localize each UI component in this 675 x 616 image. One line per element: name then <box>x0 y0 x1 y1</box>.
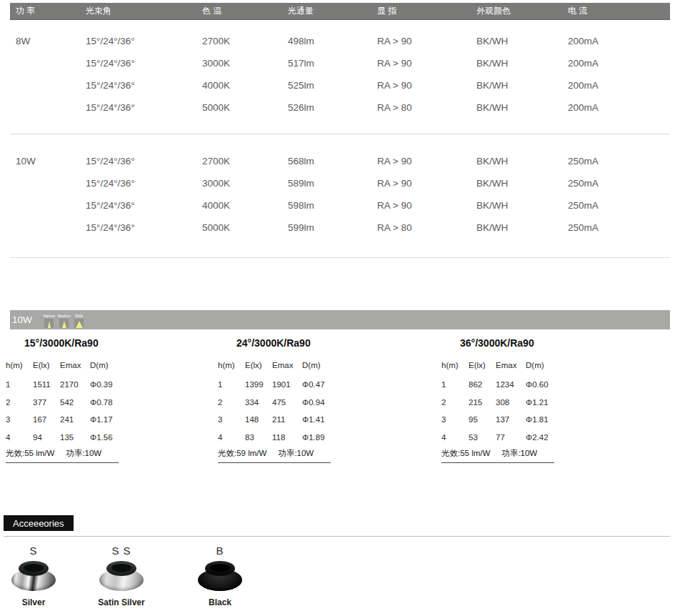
pm-cell: Φ1.21 <box>526 398 561 407</box>
accessories-title: Acceeeories <box>13 518 64 529</box>
pm-cell: 148 <box>245 415 272 424</box>
cri-cell: RA > 90 <box>377 58 476 69</box>
table-row: 15°/24°/36° 3000K 517lm RA > 90 BK/WH 20… <box>16 52 670 74</box>
pm-cell: 4 <box>441 433 469 442</box>
table-row: 8W 15°/24°/36° 2700K 498lm RA > 90 BK/WH… <box>16 30 670 52</box>
finish-cell: BK/WH <box>476 222 568 233</box>
accessory-black: B Black <box>186 544 254 607</box>
table-row: 2 334 475 Φ0.94 <box>218 394 338 412</box>
pm-col-header: Emax <box>496 361 526 369</box>
col-header-cri: 显 指 <box>377 5 476 17</box>
pm-col-header: E(lx) <box>469 361 496 369</box>
photometric-table-24deg: 24°/3000K/Ra90 h(m) E(lx) Emax D(m) 1 13… <box>218 337 338 463</box>
table-row: 15°/24°/36° 5000K 526lm RA > 80 BK/WH 20… <box>16 96 670 119</box>
cct-cell: 5000K <box>202 102 288 113</box>
pm-rows: 1 1511 2170 Φ0.39 2 377 542 Φ0.78 3 167 … <box>6 376 126 446</box>
finish-cell: BK/WH <box>476 58 568 69</box>
section-divider <box>10 134 670 134</box>
col-header-power: 功 率 <box>16 5 86 17</box>
table-row: 10W 15°/24°/36° 2700K 568lm RA > 90 BK/W… <box>16 150 670 172</box>
pm-cell: 542 <box>60 398 90 407</box>
beam-angle-cell: 15°/24°/36° <box>86 80 202 91</box>
pm-cell: 118 <box>272 433 302 442</box>
finish-cell: BK/WH <box>476 80 568 91</box>
pm-footer: 光效:55 lm/W 功率:10W <box>441 448 554 463</box>
pm-cell: 95 <box>469 415 496 424</box>
pm-col-header: E(lx) <box>245 361 272 369</box>
table-row: 3 95 137 Φ1.81 <box>441 411 561 429</box>
pm-cell: 137 <box>496 415 526 424</box>
pm-power: 功率:10W <box>501 448 537 459</box>
beam-angle-cell: 15°/24°/36° <box>86 58 202 69</box>
table-row: 15°/24°/36° 4000K 598lm RA > 90 BK/WH 25… <box>16 194 670 217</box>
photometric-table-36deg: 36°/3000K/Ra90 h(m) E(lx) Emax D(m) 1 86… <box>441 337 561 463</box>
photometric-table-15deg: 15°/3000K/Ra90 h(m) E(lx) Emax D(m) 1 15… <box>6 337 126 463</box>
current-cell: 200mA <box>568 102 670 113</box>
pm-cell: 83 <box>245 433 272 442</box>
current-cell: 200mA <box>568 80 670 91</box>
accessory-code: S <box>0 544 68 558</box>
table-row: 3 167 241 Φ1.17 <box>6 411 126 429</box>
medium-beam-icon <box>59 319 69 328</box>
beam-angle-cell: 15°/24°/36° <box>86 200 202 211</box>
section-divider <box>10 257 670 258</box>
pm-cell: 2 <box>218 398 245 407</box>
table-row: 15°/24°/36° 5000K 599lm RA > 80 BK/WH 25… <box>16 217 670 239</box>
power-cell: 8W <box>16 36 86 46</box>
spec-table-body: 8W 15°/24°/36° 2700K 498lm RA > 90 BK/WH… <box>10 30 670 258</box>
pm-cell: 3 <box>218 415 245 424</box>
finish-cell: BK/WH <box>476 156 568 167</box>
pm-cell: Φ0.47 <box>302 380 338 389</box>
beam-icon-group: Narrow Medium Wide <box>44 310 84 329</box>
accessories-title-banner: Acceeeories <box>4 515 74 531</box>
flux-cell: 568lm <box>288 156 377 167</box>
flux-cell: 517lm <box>288 58 377 69</box>
pm-cell: 308 <box>496 398 526 407</box>
pm-power: 功率:10W <box>66 448 101 459</box>
cri-cell: RA > 80 <box>377 102 476 113</box>
col-header-beam-angle: 光束角 <box>86 5 202 17</box>
table-row: 3 148 211 Φ1.41 <box>218 411 338 429</box>
photometric-band: 10W Narrow Medium Wide <box>10 310 670 329</box>
table-row: 15°/24°/36° 4000K 525lm RA > 90 BK/WH 20… <box>16 74 670 96</box>
pm-cell: Φ0.39 <box>90 380 126 389</box>
pm-cell: 94 <box>33 433 60 442</box>
table-row: 2 215 308 Φ1.21 <box>441 394 561 412</box>
beam-triangle <box>76 321 83 328</box>
pm-cell: Φ1.41 <box>302 415 338 424</box>
pm-table-title: 24°/3000K/Ra90 <box>236 337 338 349</box>
pm-cell: 53 <box>469 433 496 442</box>
flux-cell: 525lm <box>288 80 377 91</box>
pm-cell: 77 <box>496 433 526 442</box>
finish-cell: BK/WH <box>476 102 568 113</box>
pm-power: 功率:10W <box>278 448 314 459</box>
col-header-cct: 色 温 <box>202 5 288 17</box>
cct-cell: 5000K <box>202 222 288 233</box>
beam-medium-label: Medium <box>58 313 71 319</box>
band-power-label: 10W <box>10 314 32 325</box>
accessory-name: Satin Silver <box>87 597 156 607</box>
finish-cell: BK/WH <box>476 36 568 46</box>
table-row: 4 53 77 Φ2.42 <box>441 429 561 447</box>
pm-cell: 135 <box>60 433 90 442</box>
beam-wide: Wide <box>74 319 84 328</box>
accessory-code: B <box>186 544 254 558</box>
cri-cell: RA > 90 <box>377 156 476 167</box>
pm-cell: 377 <box>33 398 60 407</box>
col-header-current: 电 流 <box>568 5 670 17</box>
pm-cell: 1 <box>6 380 33 389</box>
table-row: 4 94 135 Φ1.56 <box>6 429 126 447</box>
pm-cell: 1511 <box>33 380 60 389</box>
pm-header-row: h(m) E(lx) Emax D(m) <box>441 358 561 372</box>
pm-footer: 光效:55 lm/W 功率:10W <box>6 448 119 463</box>
pm-cell: 475 <box>272 398 302 407</box>
pm-cell: 2170 <box>60 380 90 389</box>
current-cell: 200mA <box>568 58 670 69</box>
pm-cell: 862 <box>469 380 496 389</box>
flux-cell: 599lm <box>288 222 377 233</box>
accessories-section: Acceeeories S Silver S S Satin <box>4 515 670 616</box>
pm-table-title: 36°/3000K/Ra90 <box>460 337 561 349</box>
pm-cell: 3 <box>441 415 469 424</box>
table-row: 2 377 542 Φ0.78 <box>6 394 126 412</box>
accessory-name: Black <box>186 597 254 607</box>
